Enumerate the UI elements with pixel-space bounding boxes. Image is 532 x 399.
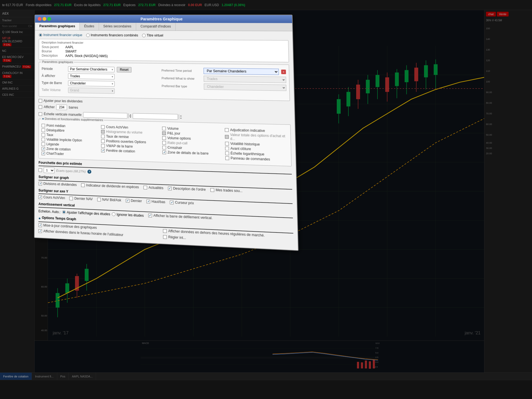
cb-volatilite-box[interactable] [41,138,45,141]
cb-zone-details-box[interactable] [162,150,166,154]
cb-axey-nav-bidask[interactable]: NAV Bid/Ask [97,197,121,202]
close-window-btn[interactable] [38,17,41,21]
taillevolume-select[interactable]: Grand [68,88,115,94]
tab-etudes[interactable]: Études [80,23,99,30]
fourchette-info-icon[interactable]: ? [88,170,92,174]
cb-pl-jour-box[interactable] [162,131,166,135]
cb-volume-options-box[interactable] [162,136,166,140]
cb-histogramme-box[interactable] [101,130,105,134]
cb-volume[interactable]: Volume [162,126,223,132]
cb-desequilibre[interactable]: Déséquilibre [41,128,99,134]
cb-fenetre-cotation[interactable]: Fenêtre de cotation [101,148,161,154]
echelle-spinner-to[interactable]: ▲ ▼ [133,113,178,120]
barres-count-input[interactable] [56,105,67,110]
cb-mes-trades[interactable]: Mes trades sou... [210,188,243,193]
cb-charttrader[interactable]: ChartTrader [41,151,99,157]
cb-axey-haut-bas-box[interactable] [146,200,150,203]
cb-div-dividendes[interactable]: Divisions et dividendes [39,181,77,187]
pref-bar-select[interactable]: Chandelier [204,84,286,91]
cb-histogramme[interactable]: Histogramme du volume [101,130,160,135]
cb-desequilibre-box[interactable] [41,128,45,132]
cb-axey-nav-bidask-box[interactable] [97,198,101,201]
cb-zone-details[interactable]: Zone de détails de la barre [162,150,223,156]
afficher-select[interactable]: Trades [68,73,115,80]
cb-cours-ach-box[interactable] [101,125,105,129]
cb-afficher-dehors-box[interactable] [163,229,167,233]
cb-taux-remise[interactable]: Taux de remise [101,134,161,140]
cb-avant-cloture-box[interactable] [225,147,229,150]
maximize-window-btn[interactable] [47,17,51,21]
cb-panneau[interactable]: Panneau de commandes [225,156,288,162]
reset-button[interactable]: Reset [117,67,132,72]
cb-vwap-box[interactable] [101,144,105,148]
cb-taux-remise-box[interactable] [101,134,105,138]
cb-panneau-box[interactable] [225,156,229,160]
cb-mise-a-jour-box[interactable] [38,223,42,227]
cb-indicateur-div-box[interactable] [81,183,85,187]
cb-cours-ach[interactable]: Cours Ach/Ven [101,125,160,130]
echelle-to-input[interactable] [133,113,179,119]
cb-div-dividendes-box[interactable] [39,182,42,185]
afficher-barres-cb[interactable] [39,105,42,109]
cb-axey-cours-box[interactable] [39,195,42,199]
cb-volatilite-implicite[interactable]: Volatilité Implicite Option [41,138,99,143]
fourchette-select[interactable]: 1 2 3 [44,167,55,173]
periode-select[interactable]: Par Semaine Chandeliers [68,66,115,72]
cb-crosshair-box[interactable] [162,146,166,149]
cb-volume-box[interactable] [162,127,166,130]
cb-volatilite-historique-box[interactable] [225,142,229,145]
cb-mes-trades-box[interactable] [210,188,214,192]
cb-pl-jour[interactable]: P&L jour [162,131,223,137]
cb-axey-dernier-nav-box[interactable] [69,196,73,200]
cb-taux[interactable]: Taux [41,133,99,138]
cb-actualites-box[interactable] [143,185,147,189]
radio-combines[interactable]: Instruments financiers combinés [86,33,138,37]
cb-actualites[interactable]: Actualités [143,185,163,190]
cb-axey-dernier-box[interactable] [126,199,129,202]
cb-taux-box[interactable] [41,133,45,137]
cb-zone-cotation-box[interactable] [41,147,45,151]
cb-axey-curseur[interactable]: Curseur prix [170,200,194,205]
echelle-to-up[interactable]: ▲ [179,114,183,117]
cb-afficher-fuseau-box[interactable] [38,229,42,233]
cb-adjudication[interactable]: Adjudication indicative [225,128,288,134]
cb-point-median[interactable]: Point médian [41,123,99,129]
cb-desc-ordre[interactable]: Description de l'ordre [168,186,206,192]
cb-valeur-totale[interactable]: Valeur totale des options d'achat et d..… [225,133,288,142]
radio-unique[interactable]: Instrument financier unique [39,33,82,37]
cb-axey-dernier-nav[interactable]: Dernier NAV [69,196,93,201]
echelle-cb[interactable] [39,112,42,116]
cb-echelle-log-box[interactable] [225,151,229,155]
echelle-to-down[interactable]: ▼ [179,117,183,120]
cb-regler-box[interactable] [163,235,167,239]
cb-desc-ordre-box[interactable] [168,186,172,190]
radio-ajuster[interactable]: Ajuster l'affichage des études [62,210,110,216]
cb-valeur-totale-box[interactable] [225,135,229,139]
cb-volume-options[interactable]: Volume options [162,136,223,142]
cb-afficher-barre-box[interactable] [148,213,152,217]
cb-legende-box[interactable] [41,142,45,146]
cb-point-median-box[interactable] [41,124,45,127]
cb-axey-haut-bas[interactable]: Haut/bas [146,199,165,204]
cb-ratio-box[interactable] [162,141,166,144]
minimize-window-btn[interactable] [43,17,46,21]
pref-time-select[interactable]: Par Semaine Chandeliers [203,68,279,75]
cb-charttrader-box[interactable] [41,152,45,155]
radio-virtuel[interactable]: Titre virtuel [142,34,163,38]
tab-series-secondaires[interactable]: Séries secondaires [99,23,136,30]
pref-time-close[interactable]: × [281,70,286,74]
radio-ignorer[interactable]: Ignorer les études [112,212,144,218]
cb-positions-box[interactable] [101,139,105,143]
echelle-from-input[interactable] [84,112,128,118]
tab-parametres-graphiques[interactable]: Paramètres graphiques [35,23,80,30]
cb-axey-curseur-box[interactable] [170,200,173,204]
tab-comparatif[interactable]: Comparatif d'indices [136,23,176,31]
cb-fenetre-cotation-box[interactable] [101,149,105,152]
typebarre-select[interactable]: Chandelier [68,80,115,86]
pref-what-select[interactable]: Trades [204,76,286,83]
cb-axey-dernier[interactable]: Dernier [126,198,142,203]
ajuster-cb[interactable] [39,99,42,102]
cb-adjudication-box[interactable] [225,128,229,132]
fourchette-cb[interactable] [39,168,42,172]
cb-axey-cours[interactable]: Cours Ach/Ven [39,195,65,200]
